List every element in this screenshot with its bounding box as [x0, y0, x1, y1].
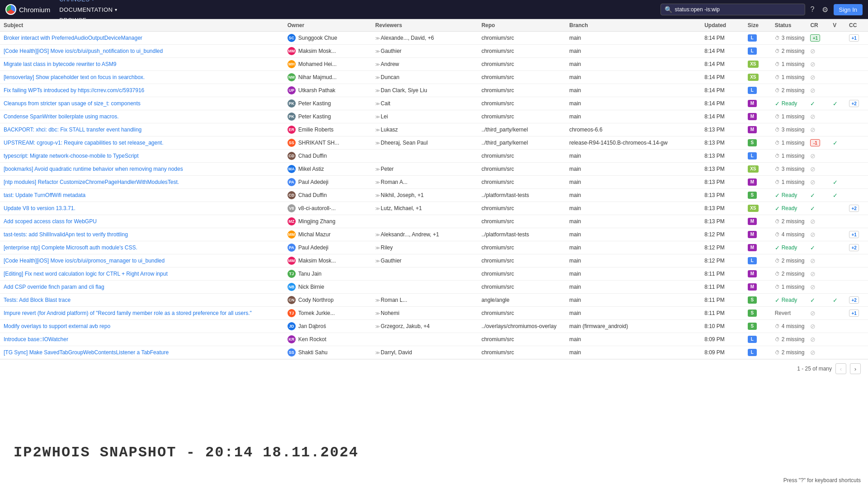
table-row[interactable]: Introduce base::IOWatcherKRKen Rockotchr…: [0, 333, 868, 346]
next-page-button[interactable]: ›: [850, 363, 861, 374]
change-subject-link[interactable]: [Editing] Fix next word calculation logi…: [4, 271, 168, 277]
v-check-icon: ✓: [833, 100, 838, 107]
cc-button[interactable]: +1: [849, 34, 859, 42]
table-row[interactable]: [Editing] Fix next word calculation logi…: [0, 267, 868, 281]
help-icon[interactable]: ?: [809, 4, 816, 15]
change-subject-link[interactable]: tast: Update TurnOffWifi metadata: [4, 192, 85, 198]
reviewer-arrow-icon: ≫: [375, 298, 380, 303]
owner-name: Paul Adedeji: [298, 244, 329, 251]
app-logo[interactable]: Chromium: [5, 4, 50, 15]
change-subject-link[interactable]: typescript: Migrate network-choose-mobil…: [4, 153, 139, 159]
nav-documentation[interactable]: DOCUMENTATION ▾: [56, 5, 121, 15]
status-text: 2 missing: [782, 48, 805, 54]
table-row[interactable]: [TG Sync] Make SavedTabGroupWebContentsL…: [0, 346, 868, 359]
v-cell: ✓: [829, 189, 845, 202]
table-row[interactable]: Tests: Add Block Blast traceCNCody North…: [0, 294, 868, 307]
reviewers-cell: [372, 281, 478, 294]
table-row[interactable]: [enterprise ntp] Complete Microsoft auth…: [0, 241, 868, 254]
search-input[interactable]: [675, 6, 801, 13]
change-subject-link[interactable]: [Code Health][iOS] Move ios/c/b/ui/promo…: [4, 258, 165, 264]
change-subject-link[interactable]: [Code Health][iOS] Move ios/c/b/ui/push_…: [4, 48, 163, 54]
status-text: Ready: [782, 297, 797, 303]
cc-button[interactable]: +1: [849, 310, 859, 317]
size-badge: XS: [748, 165, 759, 173]
change-subject-link[interactable]: Broker interact with PreferredAudioOutpu…: [4, 35, 142, 41]
table-row[interactable]: Fix failing WPTs introduced by https://c…: [0, 84, 868, 97]
table-row[interactable]: Migrate last class in bytecode rewriter …: [0, 58, 868, 71]
no-cr-icon: ⊘: [810, 61, 816, 68]
change-subject-link[interactable]: [bookmarks] Avoid quadratic runtime beha…: [4, 166, 183, 172]
change-subject-link[interactable]: Impure revert (for Android platform) of …: [4, 310, 252, 316]
change-subject-link[interactable]: [enterprise ntp] Complete Microsoft auth…: [4, 244, 137, 251]
change-subject-link[interactable]: Condense SpanWriter boilerplate using ma…: [4, 113, 119, 120]
reviewer-names: Roman A...: [381, 179, 407, 185]
no-cr-icon: ⊘: [810, 165, 816, 173]
table-row[interactable]: Cleanups from stricter span usage of siz…: [0, 97, 868, 110]
avatar: ER: [288, 126, 296, 134]
cc-button[interactable]: +1: [849, 231, 859, 238]
updated-cell: 8:09 PM: [701, 333, 744, 346]
table-row[interactable]: Update V8 to version 13.3.71.V8v8-ci-aut…: [0, 202, 868, 215]
change-subject-link[interactable]: [lensoverlay] Show placeholder text on f…: [4, 74, 145, 80]
cc-cell: +1: [845, 228, 868, 241]
table-row[interactable]: Modify overlays to support external avb …: [0, 320, 868, 333]
size-cell: L: [744, 254, 771, 267]
reviewer-names: Alexande..., David, +6: [381, 35, 434, 41]
table-row[interactable]: Broker interact with PreferredAudioOutpu…: [0, 32, 868, 45]
change-subject-link[interactable]: Introduce base::IOWatcher: [4, 336, 68, 343]
change-subject-link[interactable]: BACKPORT: xhci: dbc: Fix STALL transfer …: [4, 127, 142, 133]
status-text: 3 missing: [782, 127, 805, 133]
cc-button[interactable]: +2: [849, 205, 859, 212]
cr-check-icon: ✓: [810, 297, 815, 304]
table-row[interactable]: Impure revert (for Android platform) of …: [0, 307, 868, 320]
repo-cell: chromium/src: [478, 45, 566, 58]
change-subject-link[interactable]: Add scoped access class for WebGPU: [4, 218, 97, 225]
table-row[interactable]: [ntp modules] Refactor CustomizeChromePa…: [0, 176, 868, 189]
table-row[interactable]: [lensoverlay] Show placeholder text on f…: [0, 71, 868, 84]
change-subject-link[interactable]: Add CSP override finch param and cli fla…: [4, 284, 104, 290]
check-icon: ✓: [775, 297, 780, 304]
no-cr-icon: ⊘: [810, 323, 816, 330]
change-subject-link[interactable]: Tests: Add Block Blast trace: [4, 297, 71, 303]
change-subject-link[interactable]: Modify overlays to support external avb …: [4, 323, 110, 329]
cc-cell: [845, 176, 868, 189]
change-subject-link[interactable]: Migrate last class in bytecode rewriter …: [4, 61, 116, 67]
clock-icon: ⏱: [775, 140, 780, 145]
updated-cell: 8:09 PM: [701, 346, 744, 359]
table-row[interactable]: UPSTREAM: cgroup-v1: Require capabilitie…: [0, 136, 868, 150]
prev-page-button[interactable]: ‹: [835, 363, 846, 374]
cc-button[interactable]: +2: [849, 100, 859, 107]
table-row[interactable]: Condense SpanWriter boilerplate using ma…: [0, 110, 868, 123]
table-row[interactable]: [bookmarks] Avoid quadratic runtime beha…: [0, 163, 868, 176]
sign-in-button[interactable]: Sign In: [834, 4, 863, 15]
table-row[interactable]: [Code Health][iOS] Move ios/c/b/ui/push_…: [0, 45, 868, 58]
owner-name: Mingjing Zhang: [298, 218, 335, 225]
change-subject-link[interactable]: [TG Sync] Make SavedTabGroupWebContentsL…: [4, 349, 169, 356]
clock-icon: ⏱: [775, 166, 780, 172]
change-subject-link[interactable]: UPSTREAM: cgroup-v1: Require capabilitie…: [4, 140, 164, 146]
avatar: JD: [288, 322, 296, 330]
table-row[interactable]: Add CSP override finch param and cli fla…: [0, 281, 868, 294]
change-subject-link[interactable]: Cleanups from stricter span usage of siz…: [4, 100, 141, 107]
table-row[interactable]: tast-tests: add ShillInvalidApn test to …: [0, 228, 868, 241]
owner-cell: KRKen Rockot: [284, 333, 372, 346]
cc-button[interactable]: +2: [849, 296, 859, 304]
size-cell: S: [744, 320, 771, 333]
reviewer-arrow-icon: ≫: [375, 180, 380, 185]
repo-cell: chromium/src: [478, 110, 566, 123]
table-row[interactable]: typescript: Migrate network-choose-mobil…: [0, 150, 868, 163]
change-subject-link[interactable]: Fix failing WPTs introduced by https://c…: [4, 87, 144, 94]
settings-icon[interactable]: ⚙: [820, 4, 830, 16]
table-row[interactable]: Add scoped access class for WebGPUMZMing…: [0, 215, 868, 228]
table-row[interactable]: [Code Health][iOS] Move ios/c/b/ui/promo…: [0, 254, 868, 267]
no-cr-icon: ⊘: [810, 47, 816, 55]
change-subject-link[interactable]: tast-tests: add ShillInvalidApn test to …: [4, 231, 128, 238]
table-row[interactable]: BACKPORT: xhci: dbc: Fix STALL transfer …: [0, 123, 868, 136]
table-row[interactable]: tast: Update TurnOffWifi metadataCDChad …: [0, 189, 868, 202]
cc-cell: [845, 123, 868, 136]
nav-changes[interactable]: CHANGES ▾: [56, 0, 121, 5]
reviewer-arrow-icon: ≫: [375, 324, 380, 329]
change-subject-link[interactable]: [ntp modules] Refactor CustomizeChromePa…: [4, 179, 179, 185]
cc-button[interactable]: +2: [849, 244, 859, 251]
change-subject-link[interactable]: Update V8 to version 13.3.71.: [4, 205, 75, 211]
